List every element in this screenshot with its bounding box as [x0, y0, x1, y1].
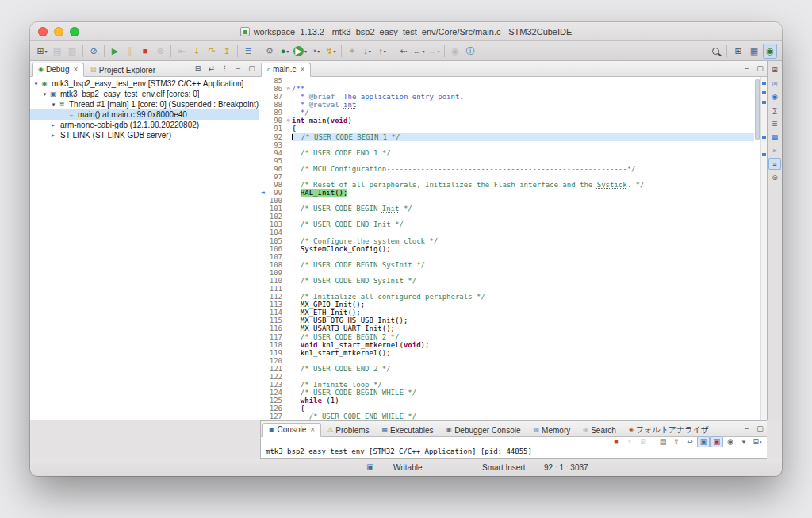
- line-number[interactable]: 108: [267, 261, 285, 269]
- registers-icon[interactable]: ≣: [768, 117, 781, 129]
- maximize-icon[interactable]: ▢: [754, 62, 766, 74]
- outline-icon[interactable]: ≡: [768, 158, 781, 170]
- line-number[interactable]: 89: [267, 109, 285, 117]
- breakpoint-gutter[interactable]: [259, 149, 267, 157]
- open-perspective-icon[interactable]: ⊞: [731, 44, 745, 59]
- breakpoint-gutter[interactable]: [259, 349, 267, 357]
- next-annotation-icon[interactable]: ↓▾: [360, 44, 374, 59]
- line-number[interactable]: 94: [267, 149, 285, 157]
- line-number[interactable]: 124: [267, 389, 285, 397]
- overview-ruler[interactable]: [760, 77, 767, 420]
- breakpoint-gutter[interactable]: [259, 381, 267, 389]
- line-number[interactable]: 115: [267, 317, 285, 324]
- sfrs-icon[interactable]: ▦: [768, 131, 781, 143]
- breakpoint-gutter[interactable]: [259, 117, 267, 125]
- scroll-lock-icon[interactable]: ⇳: [670, 436, 683, 447]
- forward-icon[interactable]: →▾: [427, 44, 441, 59]
- pin-console-icon[interactable]: ◉: [724, 436, 737, 447]
- line-number[interactable]: 104: [267, 228, 285, 236]
- breakpoints-icon[interactable]: ◉: [768, 90, 781, 102]
- breakpoint-gutter[interactable]: [259, 181, 267, 189]
- line-number[interactable]: 86: [267, 85, 285, 93]
- line-number[interactable]: 112: [267, 293, 285, 301]
- zoom-button[interactable]: [70, 27, 79, 36]
- tab-debug[interactable]: ◉Debug×: [32, 63, 84, 77]
- remove-launch-icon[interactable]: ×: [623, 436, 636, 447]
- build-icon[interactable]: ⚙: [262, 44, 277, 59]
- line-number[interactable]: 116: [267, 324, 285, 332]
- line-number[interactable]: 117: [267, 333, 285, 341]
- breakpoint-gutter[interactable]: [259, 253, 267, 261]
- drop-to-frame-icon[interactable]: ⇤: [174, 44, 189, 59]
- code-editor[interactable]: 8586⊖/**87 * @brief The application entr…: [259, 77, 767, 420]
- fold-icon[interactable]: ⊖: [285, 117, 292, 125]
- breakpoint-gutter[interactable]: [259, 341, 267, 349]
- search-flashlight-icon[interactable]: ⌖: [345, 44, 359, 59]
- breakpoint-gutter[interactable]: [259, 405, 267, 412]
- breakpoint-gutter[interactable]: [259, 221, 267, 228]
- debug-tree[interactable]: ▾◉mtk3_bsp2_easy_test_env [STM32 C/C++ A…: [30, 77, 259, 420]
- last-edit-location-icon[interactable]: ⇠: [396, 44, 411, 59]
- line-number[interactable]: 97: [267, 173, 285, 181]
- tab-search[interactable]: ◎Search: [576, 423, 622, 437]
- live-expressions-icon[interactable]: ≈: [768, 144, 781, 156]
- tab-main-c[interactable]: cmain.c×: [261, 63, 311, 77]
- debug-tree-row[interactable]: ▾◉mtk3_bsp2_easy_test_env [STM32 C/C++ A…: [30, 79, 259, 89]
- display-console-icon[interactable]: ▾: [737, 436, 750, 447]
- remove-all-launches-icon[interactable]: ⊠: [637, 436, 649, 447]
- line-number[interactable]: 107: [267, 253, 285, 261]
- back-icon[interactable]: ←▾: [412, 44, 426, 59]
- run-icon[interactable]: ▶▾: [293, 44, 308, 59]
- expander-icon[interactable]: ▾: [41, 91, 48, 98]
- annotation-marker[interactable]: [762, 91, 766, 94]
- line-number[interactable]: 91: [267, 125, 285, 132]
- close-tab-icon[interactable]: ×: [310, 425, 315, 434]
- line-number[interactable]: 113: [267, 301, 285, 309]
- line-number[interactable]: 87: [267, 93, 285, 101]
- line-number[interactable]: 95: [267, 157, 285, 165]
- fold-icon[interactable]: ⊖: [285, 85, 292, 93]
- breakpoint-gutter[interactable]: [259, 317, 267, 324]
- breakpoint-gutter[interactable]: [259, 237, 267, 245]
- tab-project-explorer[interactable]: ▤Project Explorer: [84, 63, 162, 77]
- line-number[interactable]: 121: [267, 365, 285, 373]
- build-targets-icon[interactable]: ⊚: [768, 171, 781, 183]
- line-number[interactable]: 102: [267, 213, 285, 221]
- flash-icon[interactable]: ↯▾: [324, 44, 338, 59]
- line-number[interactable]: 118: [267, 341, 285, 349]
- breakpoint-gutter[interactable]: [259, 141, 267, 149]
- line-number[interactable]: 99: [267, 189, 285, 197]
- step-over-icon[interactable]: ↷: [205, 44, 219, 59]
- minimize-icon[interactable]: –: [741, 62, 753, 74]
- profile-icon[interactable]: ◔▾: [308, 44, 323, 59]
- line-number[interactable]: 123: [267, 381, 285, 389]
- breakpoint-gutter[interactable]: [259, 93, 267, 101]
- cpp-perspective-icon[interactable]: ▦: [747, 44, 761, 59]
- view-menu-icon[interactable]: ⋮: [219, 62, 231, 74]
- info-icon[interactable]: ⓘ: [463, 44, 477, 59]
- instruction-pointer-icon[interactable]: →: [259, 189, 267, 197]
- line-number[interactable]: 101: [267, 205, 285, 213]
- breakpoint-gutter[interactable]: [259, 228, 267, 236]
- line-number[interactable]: 111: [267, 285, 285, 293]
- debug-tree-row[interactable]: ▾▣mtk3_bsp2_easy_test_env.elf [cores: 0]: [30, 89, 259, 99]
- breakpoint-gutter[interactable]: [259, 412, 267, 420]
- close-tab-icon[interactable]: ×: [73, 65, 78, 74]
- line-number[interactable]: 109: [267, 269, 285, 277]
- line-number[interactable]: 103: [267, 221, 285, 228]
- line-number[interactable]: 119: [267, 349, 285, 357]
- annotation-marker[interactable]: [762, 82, 766, 85]
- expander-icon[interactable]: ▾: [50, 102, 57, 108]
- line-number[interactable]: 100: [267, 197, 285, 205]
- tab-tab[interactable]: ◈フォルトアナライザ: [622, 423, 715, 437]
- maximize-icon[interactable]: ▢: [754, 422, 766, 434]
- save-icon[interactable]: ▤: [50, 44, 64, 59]
- tab-debugger-console[interactable]: ▣Debugger Console: [440, 423, 527, 437]
- code-lines[interactable]: 8586⊖/**87 * @brief The application entr…: [259, 77, 754, 420]
- breakpoint-gutter[interactable]: [259, 165, 267, 173]
- breakpoint-gutter[interactable]: [259, 85, 267, 93]
- breakpoint-gutter[interactable]: [259, 205, 267, 213]
- step-into-icon[interactable]: ↧: [190, 44, 204, 59]
- close-button[interactable]: [38, 27, 48, 36]
- line-number[interactable]: 96: [267, 165, 285, 173]
